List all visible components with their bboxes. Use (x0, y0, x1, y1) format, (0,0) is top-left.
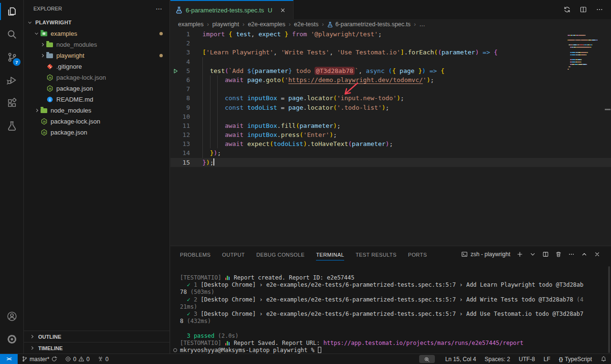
code-editor[interactable]: 1import { test, expect } from '@playwrig… (170, 30, 611, 246)
tree-item-package-lock-json[interactable]: JSpackage-lock.json (24, 72, 169, 83)
status-ports[interactable]: 0 (94, 354, 113, 364)
section-timeline[interactable]: TIMELINE (24, 342, 169, 354)
split-editor-icon[interactable] (542, 251, 549, 258)
minimap[interactable] (568, 31, 604, 68)
tree-item-package-json[interactable]: JSpackage.json (24, 83, 169, 94)
beaker-icon (7, 121, 17, 131)
line-number: 8 (170, 94, 202, 103)
panel-tab-ports[interactable]: PORTS (408, 248, 427, 260)
activity-item-run-debug[interactable] (0, 69, 24, 92)
line-number: 14 (170, 148, 202, 157)
code-line-2: 2 (170, 39, 611, 48)
indent-guide (217, 75, 218, 84)
tree-item-node-modules[interactable]: node_modules (24, 39, 169, 50)
node-json-icon: JS (46, 85, 53, 92)
chevron-right-icon (40, 43, 43, 46)
activity-item-settings[interactable] (0, 328, 24, 351)
debug-icon (7, 75, 17, 85)
bottom-panel: PROBLEMSOUTPUTDEBUG CONSOLETERMINALTEST … (170, 246, 611, 354)
url-link: https://demo.playwright.dev/todomvc/ (288, 76, 423, 83)
panel-tab-terminal[interactable]: TERMINAL (316, 248, 344, 260)
folder-node-icon (41, 108, 47, 113)
activity-item-accounts[interactable] (0, 305, 24, 328)
tree-item--gitignore[interactable]: .gitignore (24, 61, 169, 72)
status-problems[interactable]: 00 (61, 354, 93, 364)
remote-indicator[interactable]: >< (0, 354, 18, 364)
line-number: 10 (170, 112, 202, 121)
tree-item-package-json[interactable]: JSpackage.json (24, 127, 169, 138)
status-language[interactable]: {}TypeScript (555, 354, 596, 364)
add-icon[interactable] (516, 251, 523, 258)
status-git-branch[interactable]: master* (18, 354, 61, 364)
activity-item-extensions[interactable] (0, 92, 24, 114)
status-problems-text: 0 (86, 356, 90, 363)
trash-icon[interactable] (555, 251, 562, 258)
breadcrumb-file[interactable]: 6-parametrized-tests.spec.ts (335, 21, 411, 28)
breadcrumb-item[interactable]: playwright (212, 21, 239, 28)
breadcrumb-symbol-tail[interactable]: … (419, 21, 425, 28)
breadcrumb-item[interactable]: e2e-examples (248, 21, 285, 28)
code-line-9: 9 const todoList = page.locator('.todo-l… (170, 103, 611, 112)
open-changes-icon[interactable] (563, 6, 571, 13)
terminal-session-select[interactable]: zsh - playwright (461, 251, 510, 258)
section-outline[interactable]: OUTLINE (24, 331, 169, 342)
tab-title: 6-parametrized-tests.spec.ts (186, 7, 264, 14)
indent-guide (202, 94, 203, 103)
activity-item-testing[interactable] (0, 114, 24, 137)
terminal-row (180, 325, 611, 332)
activity-item-source-control[interactable]: 7 (0, 46, 24, 69)
indent-guide (217, 84, 218, 94)
close-icon[interactable] (280, 7, 286, 13)
indent-guide (210, 75, 211, 84)
activity-item-search[interactable] (0, 23, 24, 46)
editor-tab[interactable]: 6-parametrized-tests.spec.ts U (170, 0, 294, 19)
tree-item-node-modules[interactable]: node_modules (24, 105, 169, 116)
sidebar-title: EXPLORER (33, 6, 62, 11)
terminal-row: [TESTOMATIO] Report created. Report ID: … (180, 274, 611, 281)
status-eol[interactable]: LF (539, 354, 555, 364)
chevron-right-icon (30, 335, 33, 338)
tree-item-playwright[interactable]: playwright (24, 50, 169, 61)
chevron-down-icon[interactable] (529, 251, 536, 258)
status-encoding[interactable]: UTF-8 (515, 354, 539, 364)
split-editor-icon[interactable] (579, 6, 587, 13)
indent-guide (202, 121, 203, 130)
panel-tab-output[interactable]: OUTPUT (222, 248, 245, 260)
workspace-name: PLAYWRIGHT (35, 20, 72, 25)
tree-item-examples[interactable]: examples (24, 28, 169, 39)
breadcrumb-item[interactable]: e2e-tests (294, 21, 318, 28)
chevron-up-icon[interactable] (581, 251, 588, 258)
bell-icon (600, 356, 607, 362)
status-zoom[interactable] (415, 354, 441, 364)
indent-guide (202, 75, 203, 84)
terminal[interactable]: [TESTOMATIO] Report created. Report ID: … (170, 262, 611, 354)
indent-guide (210, 130, 211, 139)
code-line-15: 15}); (170, 158, 611, 167)
more-actions-icon[interactable] (596, 6, 603, 13)
modified-dot-badge (159, 32, 163, 35)
panel-tab-problems[interactable]: PROBLEMS (180, 248, 211, 260)
code-line-11: 11 await inputBox.fill(parameter); (170, 121, 611, 130)
status-git-branch-text: master* (30, 356, 49, 363)
status-notifications[interactable] (596, 354, 611, 364)
tree-item-label: examples (51, 30, 77, 37)
workspace-section-header[interactable]: PLAYWRIGHT (24, 17, 169, 28)
indent-guide (202, 139, 203, 148)
explorer-more-actions-icon[interactable]: ⋯ (156, 5, 163, 12)
tab-git-status: U (268, 7, 272, 14)
tree-item-readme-md[interactable]: iREADME.md (24, 94, 169, 105)
panel-tab-debug-console[interactable]: DEBUG CONSOLE (256, 248, 305, 260)
tree-item-label: package-lock.json (56, 74, 106, 81)
terminal-scrollbar[interactable] (608, 266, 610, 353)
status-indentation[interactable]: Spaces: 2 (480, 354, 514, 364)
activity-item-explorer[interactable] (0, 0, 24, 23)
chevron-right-icon (40, 54, 43, 57)
breadcrumb-item[interactable]: examples (178, 21, 204, 28)
panel-tab-test-results[interactable]: TEST RESULTS (356, 248, 397, 260)
status-cursor-position[interactable]: Ln 15, Col 4 (441, 354, 481, 364)
line-number: 4 (170, 57, 202, 66)
run-test-icon[interactable] (173, 68, 179, 74)
close-icon[interactable] (594, 251, 600, 258)
more-actions-icon[interactable] (568, 251, 575, 258)
tree-item-package-lock-json[interactable]: JSpackage-lock.json (24, 116, 169, 127)
